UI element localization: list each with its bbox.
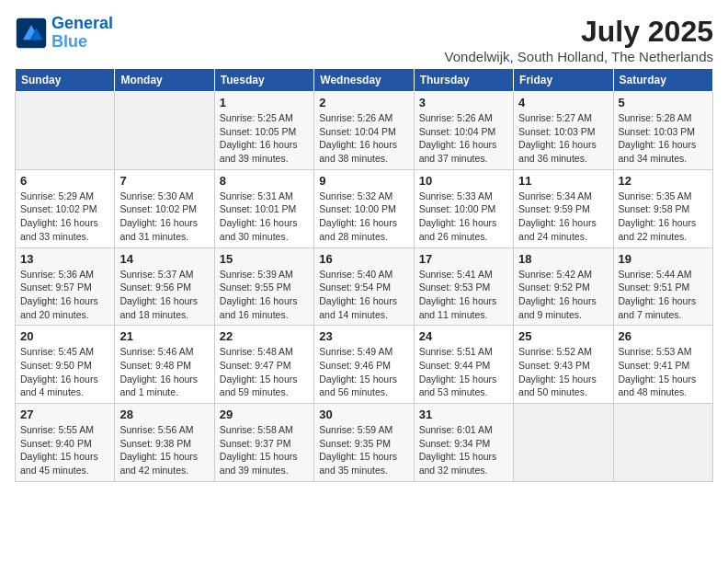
calendar-cell [16,92,115,170]
logo-text: General Blue [51,15,113,52]
calendar-cell: 14Sunrise: 5:37 AM Sunset: 9:56 PM Dayli… [115,247,214,326]
day-info: Sunrise: 5:35 AM Sunset: 9:58 PM Dayligh… [619,190,708,244]
calendar-cell [613,404,712,482]
day-info: Sunrise: 5:58 AM Sunset: 9:37 PM Dayligh… [220,423,309,477]
calendar-cell: 12Sunrise: 5:35 AM Sunset: 9:58 PM Dayli… [613,169,712,247]
calendar-cell: 9Sunrise: 5:32 AM Sunset: 10:00 PM Dayli… [314,169,414,247]
calendar-cell: 8Sunrise: 5:31 AM Sunset: 10:01 PM Dayli… [214,169,313,247]
calendar-cell: 7Sunrise: 5:30 AM Sunset: 10:02 PM Dayli… [115,169,214,247]
day-info: Sunrise: 5:26 AM Sunset: 10:04 PM Daylig… [319,111,408,166]
day-number: 5 [619,96,708,109]
day-info: Sunrise: 5:39 AM Sunset: 9:55 PM Dayligh… [220,268,309,322]
calendar-week-row: 1Sunrise: 5:25 AM Sunset: 10:05 PM Dayli… [16,92,713,170]
day-number: 3 [419,96,508,109]
day-number: 18 [518,252,608,266]
day-number: 29 [220,408,309,421]
day-info: Sunrise: 5:36 AM Sunset: 9:57 PM Dayligh… [20,268,109,322]
day-info: Sunrise: 5:34 AM Sunset: 9:59 PM Dayligh… [518,190,608,244]
day-number: 1 [220,96,309,109]
day-info: Sunrise: 5:42 AM Sunset: 9:52 PM Dayligh… [518,268,608,322]
calendar-cell: 5Sunrise: 5:28 AM Sunset: 10:03 PM Dayli… [613,92,712,170]
day-number: 20 [20,329,109,343]
day-info: Sunrise: 5:46 AM Sunset: 9:48 PM Dayligh… [119,345,209,399]
day-info: Sunrise: 5:45 AM Sunset: 9:50 PM Dayligh… [20,345,109,399]
calendar-cell: 24Sunrise: 5:51 AM Sunset: 9:44 PM Dayli… [414,326,513,404]
title-block: July 2025 Vondelwijk, South Holland, The… [445,15,713,64]
day-info: Sunrise: 5:28 AM Sunset: 10:03 PM Daylig… [619,111,708,166]
calendar-cell: 3Sunrise: 5:26 AM Sunset: 10:04 PM Dayli… [414,92,513,170]
calendar-cell: 27Sunrise: 5:55 AM Sunset: 9:40 PM Dayli… [16,404,115,482]
day-info: Sunrise: 5:44 AM Sunset: 9:51 PM Dayligh… [619,268,708,322]
calendar-week-row: 13Sunrise: 5:36 AM Sunset: 9:57 PM Dayli… [16,247,713,326]
day-info: Sunrise: 5:37 AM Sunset: 9:56 PM Dayligh… [119,268,209,322]
logo-icon [15,17,48,50]
day-number: 15 [220,252,309,266]
day-info: Sunrise: 5:41 AM Sunset: 9:53 PM Dayligh… [419,268,508,322]
calendar-cell: 6Sunrise: 5:29 AM Sunset: 10:02 PM Dayli… [16,169,115,247]
calendar-cell: 25Sunrise: 5:52 AM Sunset: 9:43 PM Dayli… [514,326,613,404]
weekday-header: Thursday [414,69,513,92]
weekday-header: Sunday [16,69,115,92]
day-info: Sunrise: 5:56 AM Sunset: 9:38 PM Dayligh… [119,423,209,477]
day-number: 31 [419,408,508,421]
day-number: 14 [119,252,209,266]
day-info: Sunrise: 5:49 AM Sunset: 9:46 PM Dayligh… [319,345,408,399]
calendar-cell: 29Sunrise: 5:58 AM Sunset: 9:37 PM Dayli… [214,404,313,482]
calendar-week-row: 27Sunrise: 5:55 AM Sunset: 9:40 PM Dayli… [16,404,713,482]
day-number: 2 [319,96,408,109]
day-number: 24 [419,329,508,343]
day-info: Sunrise: 5:53 AM Sunset: 9:41 PM Dayligh… [619,345,708,399]
calendar-cell: 23Sunrise: 5:49 AM Sunset: 9:46 PM Dayli… [314,326,414,404]
weekday-header: Tuesday [214,69,313,92]
day-info: Sunrise: 5:55 AM Sunset: 9:40 PM Dayligh… [20,423,109,477]
day-info: Sunrise: 5:31 AM Sunset: 10:01 PM Daylig… [220,190,309,244]
day-number: 11 [518,174,608,188]
calendar-cell: 30Sunrise: 5:59 AM Sunset: 9:35 PM Dayli… [314,404,414,482]
calendar-cell: 28Sunrise: 5:56 AM Sunset: 9:38 PM Dayli… [115,404,214,482]
month-title: July 2025 [445,15,713,49]
calendar-cell: 22Sunrise: 5:48 AM Sunset: 9:47 PM Dayli… [214,326,313,404]
day-number: 13 [20,252,109,266]
day-number: 17 [419,252,508,266]
day-info: Sunrise: 5:40 AM Sunset: 9:54 PM Dayligh… [319,268,408,322]
day-info: Sunrise: 6:01 AM Sunset: 9:34 PM Dayligh… [419,423,508,477]
day-number: 26 [619,329,708,343]
calendar-cell: 2Sunrise: 5:26 AM Sunset: 10:04 PM Dayli… [314,92,414,170]
day-info: Sunrise: 5:48 AM Sunset: 9:47 PM Dayligh… [220,345,309,399]
calendar-cell: 20Sunrise: 5:45 AM Sunset: 9:50 PM Dayli… [16,326,115,404]
calendar-week-row: 20Sunrise: 5:45 AM Sunset: 9:50 PM Dayli… [16,326,713,404]
day-number: 28 [119,408,209,421]
day-info: Sunrise: 5:33 AM Sunset: 10:00 PM Daylig… [419,190,508,244]
day-info: Sunrise: 5:32 AM Sunset: 10:00 PM Daylig… [319,190,408,244]
calendar-cell: 19Sunrise: 5:44 AM Sunset: 9:51 PM Dayli… [613,247,712,326]
weekday-header: Wednesday [314,69,414,92]
calendar-cell: 26Sunrise: 5:53 AM Sunset: 9:41 PM Dayli… [613,326,712,404]
day-info: Sunrise: 5:26 AM Sunset: 10:04 PM Daylig… [419,111,508,166]
calendar-cell: 4Sunrise: 5:27 AM Sunset: 10:03 PM Dayli… [514,92,613,170]
day-number: 22 [220,329,309,343]
day-number: 10 [419,174,508,188]
calendar-cell: 31Sunrise: 6:01 AM Sunset: 9:34 PM Dayli… [414,404,513,482]
day-info: Sunrise: 5:27 AM Sunset: 10:03 PM Daylig… [518,111,608,166]
page-header: General Blue July 2025 Vondelwijk, South… [15,15,713,64]
day-info: Sunrise: 5:29 AM Sunset: 10:02 PM Daylig… [20,190,109,244]
day-number: 19 [619,252,708,266]
day-info: Sunrise: 5:25 AM Sunset: 10:05 PM Daylig… [220,111,309,166]
calendar-cell [115,92,214,170]
location-title: Vondelwijk, South Holland, The Netherlan… [445,49,713,64]
day-number: 25 [518,329,608,343]
weekday-header-row: SundayMondayTuesdayWednesdayThursdayFrid… [16,69,713,92]
day-number: 6 [20,174,109,188]
day-number: 8 [220,174,309,188]
weekday-header: Friday [514,69,613,92]
calendar-cell: 13Sunrise: 5:36 AM Sunset: 9:57 PM Dayli… [16,247,115,326]
day-number: 21 [119,329,209,343]
day-number: 7 [119,174,209,188]
calendar-cell: 17Sunrise: 5:41 AM Sunset: 9:53 PM Dayli… [414,247,513,326]
day-number: 30 [319,408,408,421]
calendar-cell: 11Sunrise: 5:34 AM Sunset: 9:59 PM Dayli… [514,169,613,247]
day-info: Sunrise: 5:51 AM Sunset: 9:44 PM Dayligh… [419,345,508,399]
day-number: 9 [319,174,408,188]
day-number: 12 [619,174,708,188]
day-number: 23 [319,329,408,343]
